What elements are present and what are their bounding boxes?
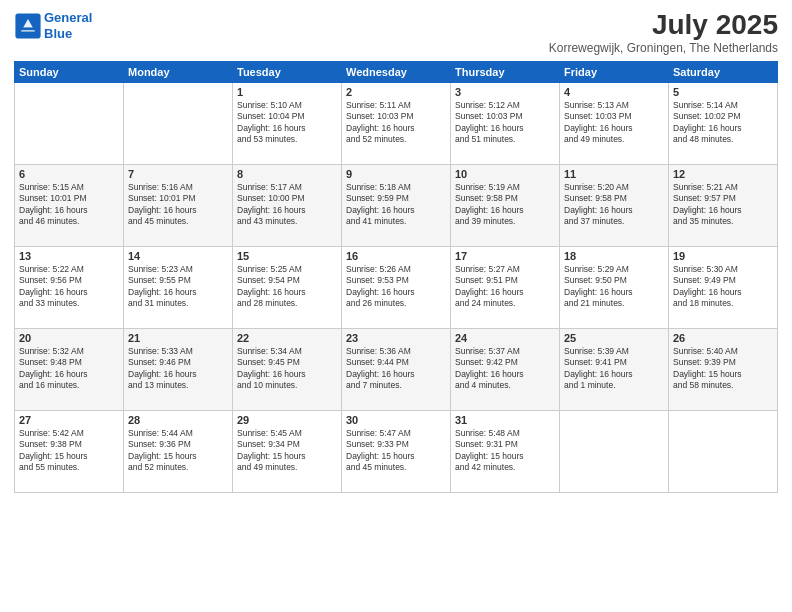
- day-info: Sunrise: 5:23 AM Sunset: 9:55 PM Dayligh…: [128, 264, 228, 310]
- calendar-cell: 6Sunrise: 5:15 AM Sunset: 10:01 PM Dayli…: [15, 164, 124, 246]
- calendar-header-row: SundayMondayTuesdayWednesdayThursdayFrid…: [15, 61, 778, 82]
- day-info: Sunrise: 5:33 AM Sunset: 9:46 PM Dayligh…: [128, 346, 228, 392]
- calendar-cell: 27Sunrise: 5:42 AM Sunset: 9:38 PM Dayli…: [15, 410, 124, 492]
- calendar-cell: 10Sunrise: 5:19 AM Sunset: 9:58 PM Dayli…: [451, 164, 560, 246]
- calendar-cell: 8Sunrise: 5:17 AM Sunset: 10:00 PM Dayli…: [233, 164, 342, 246]
- page: General Blue July 2025 Korrewegwijk, Gro…: [0, 0, 792, 612]
- day-number: 27: [19, 414, 119, 426]
- day-info: Sunrise: 5:16 AM Sunset: 10:01 PM Daylig…: [128, 182, 228, 228]
- calendar-cell: 20Sunrise: 5:32 AM Sunset: 9:48 PM Dayli…: [15, 328, 124, 410]
- day-number: 19: [673, 250, 773, 262]
- calendar-cell: 30Sunrise: 5:47 AM Sunset: 9:33 PM Dayli…: [342, 410, 451, 492]
- day-info: Sunrise: 5:14 AM Sunset: 10:02 PM Daylig…: [673, 100, 773, 146]
- calendar-cell: 23Sunrise: 5:36 AM Sunset: 9:44 PM Dayli…: [342, 328, 451, 410]
- calendar-cell: 11Sunrise: 5:20 AM Sunset: 9:58 PM Dayli…: [560, 164, 669, 246]
- day-info: Sunrise: 5:48 AM Sunset: 9:31 PM Dayligh…: [455, 428, 555, 474]
- day-number: 16: [346, 250, 446, 262]
- calendar-cell: 24Sunrise: 5:37 AM Sunset: 9:42 PM Dayli…: [451, 328, 560, 410]
- day-number: 15: [237, 250, 337, 262]
- header: General Blue July 2025 Korrewegwijk, Gro…: [14, 10, 778, 55]
- calendar-cell: 29Sunrise: 5:45 AM Sunset: 9:34 PM Dayli…: [233, 410, 342, 492]
- calendar-cell: 2Sunrise: 5:11 AM Sunset: 10:03 PM Dayli…: [342, 82, 451, 164]
- day-info: Sunrise: 5:11 AM Sunset: 10:03 PM Daylig…: [346, 100, 446, 146]
- day-number: 8: [237, 168, 337, 180]
- location-subtitle: Korrewegwijk, Groningen, The Netherlands: [549, 41, 778, 55]
- day-info: Sunrise: 5:13 AM Sunset: 10:03 PM Daylig…: [564, 100, 664, 146]
- logo-text: General Blue: [44, 10, 92, 41]
- day-info: Sunrise: 5:12 AM Sunset: 10:03 PM Daylig…: [455, 100, 555, 146]
- day-number: 21: [128, 332, 228, 344]
- day-number: 31: [455, 414, 555, 426]
- calendar-cell: 4Sunrise: 5:13 AM Sunset: 10:03 PM Dayli…: [560, 82, 669, 164]
- calendar-cell: [669, 410, 778, 492]
- day-info: Sunrise: 5:44 AM Sunset: 9:36 PM Dayligh…: [128, 428, 228, 474]
- calendar-cell: 17Sunrise: 5:27 AM Sunset: 9:51 PM Dayli…: [451, 246, 560, 328]
- day-info: Sunrise: 5:17 AM Sunset: 10:00 PM Daylig…: [237, 182, 337, 228]
- calendar-cell: 22Sunrise: 5:34 AM Sunset: 9:45 PM Dayli…: [233, 328, 342, 410]
- day-info: Sunrise: 5:29 AM Sunset: 9:50 PM Dayligh…: [564, 264, 664, 310]
- day-info: Sunrise: 5:40 AM Sunset: 9:39 PM Dayligh…: [673, 346, 773, 392]
- day-info: Sunrise: 5:30 AM Sunset: 9:49 PM Dayligh…: [673, 264, 773, 310]
- day-info: Sunrise: 5:26 AM Sunset: 9:53 PM Dayligh…: [346, 264, 446, 310]
- calendar-cell: [15, 82, 124, 164]
- day-number: 17: [455, 250, 555, 262]
- calendar-week-row: 6Sunrise: 5:15 AM Sunset: 10:01 PM Dayli…: [15, 164, 778, 246]
- day-info: Sunrise: 5:27 AM Sunset: 9:51 PM Dayligh…: [455, 264, 555, 310]
- day-info: Sunrise: 5:45 AM Sunset: 9:34 PM Dayligh…: [237, 428, 337, 474]
- title-section: July 2025 Korrewegwijk, Groningen, The N…: [549, 10, 778, 55]
- day-number: 3: [455, 86, 555, 98]
- calendar-cell: 19Sunrise: 5:30 AM Sunset: 9:49 PM Dayli…: [669, 246, 778, 328]
- calendar-cell: 18Sunrise: 5:29 AM Sunset: 9:50 PM Dayli…: [560, 246, 669, 328]
- day-info: Sunrise: 5:47 AM Sunset: 9:33 PM Dayligh…: [346, 428, 446, 474]
- day-number: 11: [564, 168, 664, 180]
- day-number: 22: [237, 332, 337, 344]
- calendar-cell: 16Sunrise: 5:26 AM Sunset: 9:53 PM Dayli…: [342, 246, 451, 328]
- weekday-header-monday: Monday: [124, 61, 233, 82]
- day-number: 29: [237, 414, 337, 426]
- calendar-cell: 1Sunrise: 5:10 AM Sunset: 10:04 PM Dayli…: [233, 82, 342, 164]
- calendar-week-row: 1Sunrise: 5:10 AM Sunset: 10:04 PM Dayli…: [15, 82, 778, 164]
- calendar-cell: 12Sunrise: 5:21 AM Sunset: 9:57 PM Dayli…: [669, 164, 778, 246]
- calendar-cell: 31Sunrise: 5:48 AM Sunset: 9:31 PM Dayli…: [451, 410, 560, 492]
- calendar-cell: 14Sunrise: 5:23 AM Sunset: 9:55 PM Dayli…: [124, 246, 233, 328]
- svg-rect-2: [21, 27, 35, 30]
- calendar-cell: 5Sunrise: 5:14 AM Sunset: 10:02 PM Dayli…: [669, 82, 778, 164]
- day-info: Sunrise: 5:36 AM Sunset: 9:44 PM Dayligh…: [346, 346, 446, 392]
- day-number: 26: [673, 332, 773, 344]
- day-number: 6: [19, 168, 119, 180]
- day-number: 14: [128, 250, 228, 262]
- logo-icon: [14, 12, 42, 40]
- day-number: 28: [128, 414, 228, 426]
- day-number: 1: [237, 86, 337, 98]
- logo-line1: General: [44, 10, 92, 25]
- weekday-header-friday: Friday: [560, 61, 669, 82]
- calendar-cell: 21Sunrise: 5:33 AM Sunset: 9:46 PM Dayli…: [124, 328, 233, 410]
- day-info: Sunrise: 5:20 AM Sunset: 9:58 PM Dayligh…: [564, 182, 664, 228]
- calendar-cell: 13Sunrise: 5:22 AM Sunset: 9:56 PM Dayli…: [15, 246, 124, 328]
- day-info: Sunrise: 5:19 AM Sunset: 9:58 PM Dayligh…: [455, 182, 555, 228]
- day-info: Sunrise: 5:37 AM Sunset: 9:42 PM Dayligh…: [455, 346, 555, 392]
- day-number: 24: [455, 332, 555, 344]
- day-info: Sunrise: 5:15 AM Sunset: 10:01 PM Daylig…: [19, 182, 119, 228]
- weekday-header-tuesday: Tuesday: [233, 61, 342, 82]
- day-info: Sunrise: 5:10 AM Sunset: 10:04 PM Daylig…: [237, 100, 337, 146]
- day-info: Sunrise: 5:18 AM Sunset: 9:59 PM Dayligh…: [346, 182, 446, 228]
- calendar-week-row: 27Sunrise: 5:42 AM Sunset: 9:38 PM Dayli…: [15, 410, 778, 492]
- day-number: 25: [564, 332, 664, 344]
- calendar-cell: 15Sunrise: 5:25 AM Sunset: 9:54 PM Dayli…: [233, 246, 342, 328]
- day-number: 5: [673, 86, 773, 98]
- calendar-table: SundayMondayTuesdayWednesdayThursdayFrid…: [14, 61, 778, 493]
- day-number: 13: [19, 250, 119, 262]
- calendar-cell: [124, 82, 233, 164]
- day-info: Sunrise: 5:21 AM Sunset: 9:57 PM Dayligh…: [673, 182, 773, 228]
- weekday-header-wednesday: Wednesday: [342, 61, 451, 82]
- day-number: 2: [346, 86, 446, 98]
- day-info: Sunrise: 5:32 AM Sunset: 9:48 PM Dayligh…: [19, 346, 119, 392]
- calendar-cell: 25Sunrise: 5:39 AM Sunset: 9:41 PM Dayli…: [560, 328, 669, 410]
- weekday-header-thursday: Thursday: [451, 61, 560, 82]
- day-info: Sunrise: 5:34 AM Sunset: 9:45 PM Dayligh…: [237, 346, 337, 392]
- day-number: 9: [346, 168, 446, 180]
- day-number: 18: [564, 250, 664, 262]
- day-info: Sunrise: 5:22 AM Sunset: 9:56 PM Dayligh…: [19, 264, 119, 310]
- calendar-cell: 9Sunrise: 5:18 AM Sunset: 9:59 PM Daylig…: [342, 164, 451, 246]
